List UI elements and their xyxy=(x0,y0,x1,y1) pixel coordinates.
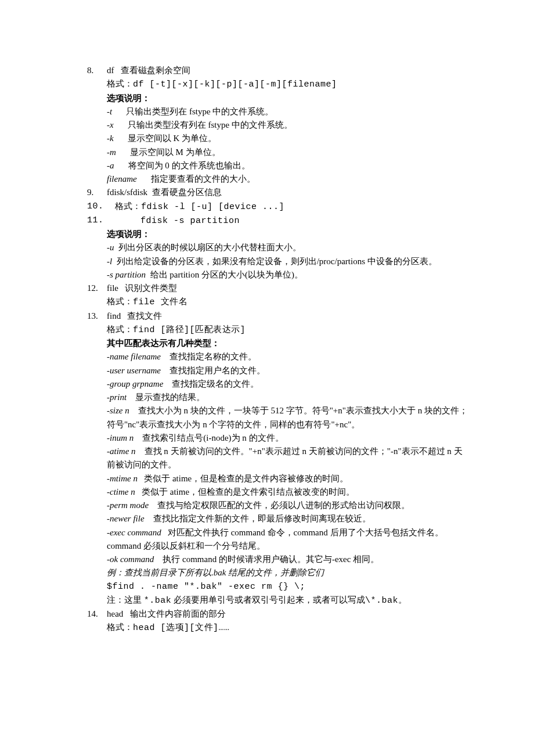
option-desc: 查找索引结点号(i-node)为 n 的文件。 xyxy=(142,433,283,442)
option-flag: -k xyxy=(107,134,114,143)
item-13: 13. find 查找文件 格式：find [路径][匹配表达示] 其中匹配表达… xyxy=(87,309,470,608)
option-row: -group grpname 查找指定级名的文件。 xyxy=(107,377,470,391)
option-desc: 查找大小为 n 块的文件，一块等于 512 字节。符号"+n"表示查找大小大于 … xyxy=(107,406,468,429)
item-body: head 输出文件内容前面的部分 格式：head [选项][文件]…… xyxy=(107,607,470,635)
note-prefix: 注：这里 xyxy=(107,595,144,604)
option-flag: -print xyxy=(107,393,127,402)
example-code: $find . -name "*.bak" -exec rm {} \; xyxy=(107,580,470,593)
item-number: 13. xyxy=(87,309,107,608)
format-line: 格式：df [-t][-x][-k][-p][-a][-m][filename] xyxy=(107,77,470,91)
item-title: df 查看磁盘剩余空间 xyxy=(107,64,470,77)
option-desc: 只输出类型列在 fstype 中的文件系统。 xyxy=(126,107,273,116)
option-row: -print 显示查找的结果。 xyxy=(107,391,470,404)
item-title: file 识别文件类型 xyxy=(107,282,470,295)
format-label: 格式： xyxy=(107,297,133,306)
cmd-name: fdisk/sfdisk xyxy=(107,188,147,197)
option-desc: 显示查找的结果。 xyxy=(135,393,205,402)
item-number: 9. xyxy=(87,186,107,199)
option-row: -mtime n 类似于 atime，但是检查的是文件内容被修改的时间。 xyxy=(107,472,470,485)
option-flag: filename xyxy=(107,174,137,183)
note-code: *.bak xyxy=(144,596,172,606)
cmd-desc: 查看硬盘分区信息 xyxy=(152,188,222,197)
item-body: 选项说明： -u 列出分区表的时候以扇区的大小代替柱面大小。 -l 列出给定设备… xyxy=(107,228,470,282)
note-line: 注：这里 *.bak 必须要用单引号或者双引号引起来，或者可以写成\*.bak。 xyxy=(107,593,470,607)
note-code2: \*.bak xyxy=(365,596,398,606)
option-flag: -user username xyxy=(107,366,161,375)
options-label: 选项说明： xyxy=(107,228,470,241)
format-code: find [路径][匹配表达示] xyxy=(133,325,246,335)
option-desc: 指定要查看的文件的大小。 xyxy=(151,174,255,183)
item-body: fdisk -s partition xyxy=(115,214,470,228)
cmd-desc: 查找文件 xyxy=(127,311,162,321)
format-code: df [-t][-x][-k][-p][-a][-m][filename] xyxy=(133,80,337,89)
option-flag: -ctime n xyxy=(107,487,135,496)
option-desc: 列出给定设备的分区表，如果没有给定设备，则列出/proc/partions 中设… xyxy=(117,257,437,266)
option-flag: -atime n xyxy=(107,447,136,456)
format-code: fdisk -l [-u] [device ...] xyxy=(141,202,284,212)
option-desc: 查找 n 天前被访问的文件。"+n"表示超过 n 天前被访问的文件；"-n"表示… xyxy=(107,447,463,469)
item-title: head 输出文件内容前面的部分 xyxy=(107,607,470,621)
item-number: 8. xyxy=(87,64,107,186)
option-flag: -t xyxy=(107,107,112,116)
option-desc: 给出 partition 分区的大小(以块为单位)。 xyxy=(150,270,303,279)
option-row: -user username 查找指定用户名的文件。 xyxy=(107,364,470,377)
format-code: file 文件名 xyxy=(133,297,187,307)
option-desc: 显示空间以 K 为单位。 xyxy=(128,134,217,143)
option-row: filename指定要查看的文件的大小。 xyxy=(107,172,470,186)
option-flag: -x xyxy=(107,120,114,129)
item-11-options: 选项说明： -u 列出分区表的时候以扇区的大小代替柱面大小。 -l 列出给定设备… xyxy=(87,228,470,282)
item-number: 14. xyxy=(87,607,107,635)
option-flag: -l xyxy=(107,257,112,266)
option-desc: 查找指定级名的文件。 xyxy=(172,379,259,388)
cmd-name: df xyxy=(107,66,114,75)
format-code: head [选项][文件]…… xyxy=(133,623,230,633)
option-flag: -exec command xyxy=(107,528,161,537)
option-row: -ctime n 类似于 atime，但检查的是文件索引结点被改变的时间。 xyxy=(107,485,470,499)
note-suffix: 必须要用单引号或者双引号引起来，或者可以写成 xyxy=(171,595,365,604)
option-row: -size n 查找大小为 n 块的文件，一块等于 512 字节。符号"+n"表… xyxy=(107,404,470,431)
cmd-desc: 输出文件内容前面的部分 xyxy=(130,609,226,618)
option-desc: 只输出类型没有列在 fstype 中的文件系统。 xyxy=(128,120,293,129)
option-row: -inum n 查找索引结点号(i-node)为 n 的文件。 xyxy=(107,431,470,445)
option-row: -x只输出类型没有列在 fstype 中的文件系统。 xyxy=(107,118,470,132)
option-desc: 查找与给定权限匹配的文件，必须以八进制的形式给出访问权限。 xyxy=(157,501,410,510)
option-desc: 查找指定用户名的文件。 xyxy=(169,366,265,375)
option-row: -name filename 查找指定名称的文件。 xyxy=(107,350,470,363)
option-flag: -name filename xyxy=(107,352,161,361)
spacer xyxy=(87,228,107,282)
cmd-name: find xyxy=(107,311,121,321)
option-flag: -a xyxy=(107,161,114,170)
option-flag: -newer file xyxy=(107,514,145,523)
item-body: find 查找文件 格式：find [路径][匹配表达示] 其中匹配表达示有几种… xyxy=(107,309,470,608)
option-row: -k显示空间以 K 为单位。 xyxy=(107,132,470,145)
option-desc: 类似于 atime，但检查的是文件索引结点被改变的时间。 xyxy=(142,487,355,496)
item-body: df 查看磁盘剩余空间 格式：df [-t][-x][-k][-p][-a][-… xyxy=(107,64,470,186)
option-flag: -u xyxy=(107,243,114,252)
item-body: file 识别文件类型 格式：file 文件名 xyxy=(107,282,470,309)
option-desc: 执行 command 的时候请求用户确认。其它与-exec 相同。 xyxy=(163,555,379,564)
option-row: -t只输出类型列在 fstype 中的文件系统。 xyxy=(107,105,470,118)
format-label: 格式： xyxy=(107,79,133,88)
option-row: -m显示空间以 M 为单位。 xyxy=(107,146,470,159)
option-flag: -group grpname xyxy=(107,379,163,388)
option-desc: 显示空间以 M 为单位。 xyxy=(130,147,221,157)
note-end: 。 xyxy=(398,595,407,604)
option-row: -atime n 查找 n 天前被访问的文件。"+n"表示超过 n 天前被访问的… xyxy=(107,445,470,472)
format-line: 格式：file 文件名 xyxy=(107,295,470,309)
item-number: 10. xyxy=(87,200,115,214)
option-row: -exec command 对匹配文件执行 command 命令，command… xyxy=(107,526,470,553)
format-label: 格式： xyxy=(107,325,133,334)
item-number: 11. xyxy=(87,214,115,228)
option-row: -a将空间为 0 的文件系统也输出。 xyxy=(107,159,470,172)
example-label: 例：查找当前目录下所有以.bak 结尾的文件，并删除它们 xyxy=(107,566,470,579)
option-flag: -s partition xyxy=(107,270,146,279)
cmd-name: head xyxy=(107,609,123,618)
option-row: -ok command 执行 command 的时候请求用户确认。其它与-exe… xyxy=(107,553,470,566)
format-label: 格式： xyxy=(115,201,141,211)
option-flag: -size n xyxy=(107,406,129,415)
item-9: 9. fdisk/sfdisk 查看硬盘分区信息 xyxy=(87,186,470,199)
item-11: 11. fdisk -s partition xyxy=(87,214,470,228)
option-row: -u 列出分区表的时候以扇区的大小代替柱面大小。 xyxy=(107,241,470,254)
option-row: -s partition 给出 partition 分区的大小(以块为单位)。 xyxy=(107,268,470,282)
item-10: 10. 格式：fdisk -l [-u] [device ...] xyxy=(87,200,470,214)
